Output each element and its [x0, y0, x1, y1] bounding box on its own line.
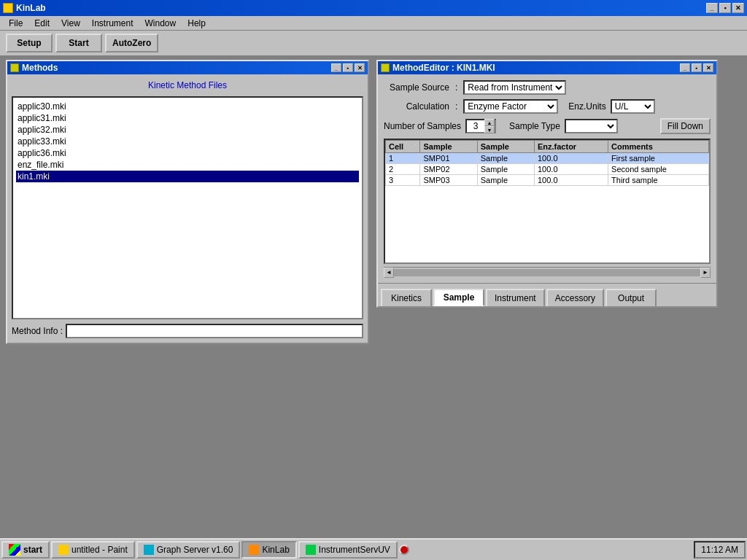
- method-list-item[interactable]: applic33.mki: [16, 136, 359, 147]
- windows-icon: [9, 544, 20, 556]
- sample-table-container: Cell Sample Sample Enz.factor Comments 1…: [384, 139, 711, 264]
- methods-restore-button[interactable]: ▪: [343, 63, 353, 72]
- restore-button[interactable]: ▪: [719, 3, 731, 13]
- app-title-bar: KinLab _ ▪ ✕: [0, 0, 747, 16]
- methods-header: Kinetic Method Files: [12, 79, 363, 92]
- app-title: KinLab: [16, 3, 46, 13]
- method-editor-title: MethodEditor : KIN1.MKI: [392, 63, 495, 73]
- graph-icon: [144, 545, 154, 555]
- num-samples-spinner[interactable]: ▲ ▼: [465, 119, 496, 133]
- spin-down-button[interactable]: ▼: [484, 126, 495, 133]
- method-list-item[interactable]: kin1.mki: [16, 171, 359, 182]
- methods-window-icon: [10, 63, 19, 72]
- instrument-icon: [306, 545, 316, 555]
- main-area: Methods _ ▪ ✕ Kinetic Method Files appli…: [0, 57, 747, 538]
- enz-units-label: Enz.Units: [568, 101, 605, 112]
- num-samples-row: Number of Samples ▲ ▼ Sample Type Sample…: [384, 118, 711, 134]
- sample-type-label: Sample Type: [509, 121, 560, 131]
- sample-source-select[interactable]: Read from Instrument Manual Entry: [463, 80, 566, 95]
- close-button[interactable]: ✕: [732, 3, 744, 13]
- method-list-item[interactable]: applic30.mki: [16, 101, 359, 112]
- calculation-row: Calculation : Enzyme Factor Linear Regre…: [384, 99, 711, 114]
- table-header-comments: Comments: [608, 141, 709, 153]
- enz-units-select[interactable]: U/L IU/L nmol/L: [611, 99, 655, 114]
- scroll-track[interactable]: [394, 269, 700, 276]
- scroll-left-button[interactable]: ◄: [384, 268, 394, 278]
- table-header-sample-type: Sample: [477, 141, 534, 153]
- menu-window[interactable]: Window: [139, 17, 182, 30]
- table-row[interactable]: 2SMP02Sample100.0Second sample: [386, 164, 709, 175]
- editor-close-button[interactable]: ✕: [703, 63, 713, 72]
- taskbar-clock: 11:12 AM: [694, 541, 746, 559]
- taskbar-paint[interactable]: untitled - Paint: [51, 541, 135, 559]
- editor-minimize-button[interactable]: _: [680, 63, 690, 72]
- method-editor-window: MethodEditor : KIN1.MKI _ ▪ ✕ Sample Sou…: [376, 60, 718, 308]
- taskbar-kinlab[interactable]: KinLab: [241, 541, 296, 559]
- minimize-button[interactable]: _: [706, 3, 718, 13]
- num-samples-label: Number of Samples: [384, 121, 461, 131]
- taskbar-close-item[interactable]: [399, 545, 409, 555]
- sample-table: Cell Sample Sample Enz.factor Comments 1…: [385, 140, 709, 186]
- method-editor-icon: [381, 63, 390, 72]
- methods-close-button[interactable]: ✕: [355, 63, 365, 72]
- taskbar-instrument[interactable]: InstrumentServUV: [298, 541, 398, 559]
- menu-file[interactable]: File: [3, 17, 28, 30]
- sample-source-row: Sample Source : Read from Instrument Man…: [384, 80, 711, 95]
- autozero-button[interactable]: AutoZero: [105, 34, 158, 52]
- taskbar-instrument-label: InstrumentServUV: [319, 545, 390, 555]
- taskbar: start untitled - Paint Graph Server v1.6…: [0, 538, 747, 560]
- sample-type-select[interactable]: Sample Blank Standard: [565, 119, 618, 133]
- table-header-cell: Cell: [386, 141, 420, 153]
- method-editor-title-bar: MethodEditor : KIN1.MKI _ ▪ ✕: [378, 61, 716, 74]
- horizontal-scrollbar[interactable]: ◄ ►: [384, 267, 711, 277]
- methods-list[interactable]: applic30.mkiapplic31.mkiapplic32.mkiappl…: [12, 96, 363, 319]
- scroll-right-button[interactable]: ►: [700, 268, 711, 278]
- num-samples-input[interactable]: [467, 121, 484, 131]
- app-icon: [3, 3, 13, 13]
- menu-help[interactable]: Help: [182, 17, 212, 30]
- method-info-label: Method Info :: [12, 326, 63, 336]
- paint-icon: [58, 545, 69, 555]
- start-button[interactable]: start: [1, 541, 50, 559]
- editor-restore-button[interactable]: ▪: [692, 63, 702, 72]
- method-list-item[interactable]: applic31.mki: [16, 112, 359, 124]
- menu-edit[interactable]: Edit: [28, 17, 55, 30]
- toolbar: Setup Start AutoZero: [0, 31, 747, 57]
- menu-bar: File Edit View Instrument Window Help: [0, 16, 747, 31]
- start-label: start: [23, 545, 42, 555]
- method-list-item[interactable]: enz_file.mki: [16, 159, 359, 171]
- methods-minimize-button[interactable]: _: [331, 63, 341, 72]
- table-header-enz-factor: Enz.factor: [534, 141, 608, 153]
- fill-down-button[interactable]: Fill Down: [660, 118, 711, 134]
- methods-window: Methods _ ▪ ✕ Kinetic Method Files appli…: [6, 60, 369, 344]
- methods-window-title: Methods: [22, 63, 58, 73]
- tab-sample[interactable]: Sample: [433, 289, 484, 306]
- tab-bar: KineticsSampleInstrumentAccessoryOutput: [378, 283, 716, 306]
- menu-view[interactable]: View: [55, 17, 86, 30]
- start-button[interactable]: Start: [55, 34, 102, 52]
- taskbar-paint-label: untitled - Paint: [71, 545, 128, 555]
- tab-output[interactable]: Output: [605, 289, 657, 306]
- tab-accessory[interactable]: Accessory: [546, 289, 604, 306]
- method-info-input[interactable]: [66, 324, 363, 338]
- table-row[interactable]: 3SMP03Sample100.0Third sample: [386, 175, 709, 186]
- table-row[interactable]: 1SMP01Sample100.0First sample: [386, 153, 709, 164]
- table-header-sample: Sample: [420, 141, 477, 153]
- calculation-select[interactable]: Enzyme Factor Linear Regression Standard…: [463, 99, 558, 114]
- kinlab-taskbar-icon: [249, 545, 259, 555]
- taskbar-graph[interactable]: Graph Server v1.60: [136, 541, 241, 559]
- calculation-label: Calculation: [384, 101, 449, 112]
- tab-kinetics[interactable]: Kinetics: [381, 289, 432, 306]
- taskbar-graph-label: Graph Server v1.60: [157, 545, 233, 555]
- setup-button[interactable]: Setup: [6, 34, 53, 52]
- method-list-item[interactable]: applic36.mki: [16, 147, 359, 159]
- methods-title-bar: Methods _ ▪ ✕: [7, 61, 368, 74]
- sample-source-label: Sample Source: [384, 82, 449, 93]
- method-list-item[interactable]: applic32.mki: [16, 124, 359, 136]
- spin-up-button[interactable]: ▲: [484, 119, 495, 126]
- tab-instrument[interactable]: Instrument: [486, 289, 545, 306]
- menu-instrument[interactable]: Instrument: [86, 17, 139, 30]
- taskbar-kinlab-label: KinLab: [262, 545, 289, 555]
